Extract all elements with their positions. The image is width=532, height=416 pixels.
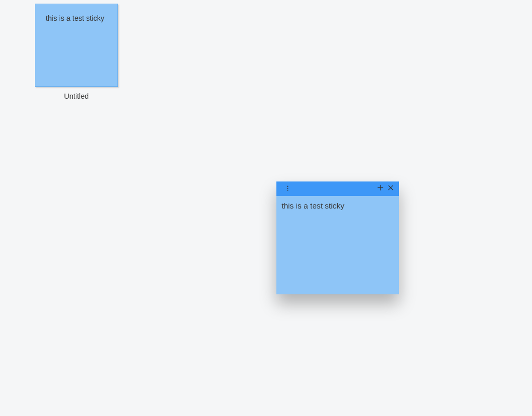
svg-point-1 — [287, 188, 288, 189]
note-thumbnail-wrap: this is a test sticky Untitled — [35, 4, 118, 100]
sticky-content: this is a test sticky — [282, 201, 344, 210]
new-note-button[interactable] — [375, 184, 385, 194]
sticky-titlebar[interactable] — [276, 181, 399, 196]
sticky-note-window[interactable]: this is a test sticky — [276, 181, 399, 294]
svg-point-2 — [287, 190, 288, 191]
close-button[interactable] — [385, 184, 396, 194]
note-thumbnail-content: this is a test sticky — [46, 14, 104, 22]
svg-point-0 — [287, 186, 288, 187]
menu-button[interactable] — [283, 184, 293, 194]
kebab-menu-icon — [285, 184, 291, 193]
note-thumbnail[interactable]: this is a test sticky — [35, 4, 118, 87]
note-thumbnail-label: Untitled — [64, 92, 88, 100]
sticky-body[interactable]: this is a test sticky — [276, 196, 399, 294]
plus-icon — [377, 184, 384, 193]
close-icon — [387, 184, 394, 193]
